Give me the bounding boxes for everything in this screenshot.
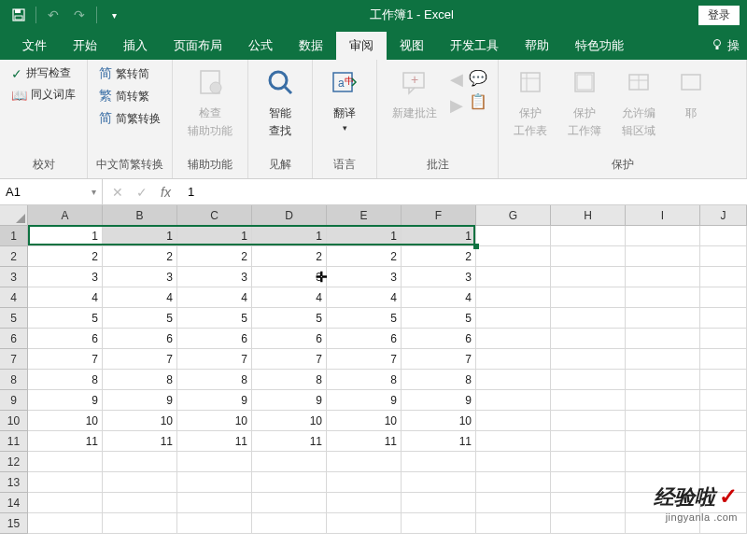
cell[interactable]	[551, 431, 626, 452]
cell[interactable]	[476, 411, 551, 431]
cell[interactable]	[476, 267, 551, 287]
cell[interactable]	[626, 411, 700, 431]
cell[interactable]	[177, 513, 252, 534]
cell[interactable]	[551, 349, 626, 370]
cell[interactable]	[327, 493, 402, 513]
cell[interactable]	[476, 329, 551, 349]
cell[interactable]	[103, 493, 177, 513]
cell[interactable]	[551, 390, 626, 411]
select-all-corner[interactable]	[0, 205, 28, 226]
row-header[interactable]: 12	[0, 452, 28, 472]
cell[interactable]	[103, 452, 177, 472]
tab-view[interactable]: 视图	[387, 32, 437, 60]
cell[interactable]: 2	[252, 246, 327, 267]
cell[interactable]: 10	[28, 411, 103, 431]
cell[interactable]	[626, 226, 700, 246]
tab-home[interactable]: 开始	[60, 32, 110, 60]
cell[interactable]: 3	[103, 267, 177, 287]
cell[interactable]	[700, 267, 747, 287]
cell[interactable]	[476, 308, 551, 329]
cell[interactable]: 9	[252, 390, 327, 411]
cell[interactable]: 6	[402, 329, 476, 349]
cell[interactable]	[626, 287, 700, 308]
row-header[interactable]: 8	[0, 370, 28, 390]
cell[interactable]: 9	[28, 390, 103, 411]
cell[interactable]: 8	[252, 370, 327, 390]
cell[interactable]	[626, 329, 700, 349]
row-header[interactable]: 4	[0, 287, 28, 308]
tab-layout[interactable]: 页面布局	[161, 32, 235, 60]
cell[interactable]: 11	[252, 431, 327, 452]
cell[interactable]: 4	[252, 287, 327, 308]
cell[interactable]	[551, 493, 626, 513]
cell[interactable]: 1	[177, 226, 252, 246]
col-header[interactable]: G	[476, 205, 551, 226]
cell[interactable]	[476, 287, 551, 308]
tab-formula[interactable]: 公式	[235, 32, 286, 60]
cell[interactable]	[177, 452, 252, 472]
cell[interactable]	[252, 493, 327, 513]
row-header[interactable]: 14	[0, 493, 28, 513]
cell[interactable]: 2	[327, 246, 402, 267]
spell-check-button[interactable]: ✓拼写检查	[7, 63, 79, 83]
cell[interactable]	[551, 246, 626, 267]
col-header[interactable]: I	[626, 205, 700, 226]
cell[interactable]	[28, 493, 103, 513]
cell[interactable]: 7	[402, 349, 476, 370]
cell[interactable]	[476, 431, 551, 452]
cell[interactable]	[402, 513, 476, 534]
chevron-down-icon[interactable]: ▾	[92, 187, 96, 197]
redo-icon[interactable]: ↷	[68, 4, 91, 26]
cell[interactable]	[700, 370, 747, 390]
cell[interactable]: 10	[103, 411, 177, 431]
cell[interactable]: 8	[28, 370, 103, 390]
cell[interactable]	[700, 411, 747, 431]
fx-icon[interactable]: fx	[161, 185, 171, 200]
row-header[interactable]: 11	[0, 431, 28, 452]
cell[interactable]: 10	[252, 411, 327, 431]
row-header[interactable]: 9	[0, 390, 28, 411]
row-header[interactable]: 10	[0, 411, 28, 431]
smart-lookup-button[interactable]: 智能 查找	[256, 63, 304, 143]
cell[interactable]	[626, 349, 700, 370]
cell[interactable]	[700, 246, 747, 267]
save-icon[interactable]	[7, 4, 30, 26]
trad-to-simp-button[interactable]: 简繁转简	[95, 63, 164, 84]
cell[interactable]: 3	[177, 267, 252, 287]
cell[interactable]: 5	[327, 308, 402, 329]
cell[interactable]: 10	[177, 411, 252, 431]
enter-icon[interactable]: ✓	[136, 185, 148, 200]
cell[interactable]: 5	[28, 308, 103, 329]
cell[interactable]: 10	[402, 411, 476, 431]
cell[interactable]	[626, 308, 700, 329]
cell[interactable]: 6	[252, 329, 327, 349]
row-header[interactable]: 7	[0, 349, 28, 370]
cell[interactable]	[177, 493, 252, 513]
cell[interactable]: 7	[327, 349, 402, 370]
cell[interactable]: 7	[103, 349, 177, 370]
cell[interactable]	[476, 452, 551, 472]
cell[interactable]	[551, 452, 626, 472]
col-header[interactable]: D	[252, 205, 327, 226]
cell[interactable]	[28, 472, 103, 493]
cell[interactable]: 6	[177, 329, 252, 349]
cell[interactable]	[327, 513, 402, 534]
row-header[interactable]: 1	[0, 226, 28, 246]
cell[interactable]	[327, 472, 402, 493]
cell[interactable]: 10	[327, 411, 402, 431]
cell[interactable]: 3	[252, 267, 327, 287]
cell[interactable]	[476, 349, 551, 370]
cell[interactable]: 9	[103, 390, 177, 411]
cell[interactable]: 1	[252, 226, 327, 246]
col-header[interactable]: C	[177, 205, 252, 226]
cell[interactable]: 11	[28, 431, 103, 452]
qat-customize-icon[interactable]: ▾	[103, 4, 125, 26]
cell[interactable]: 1	[28, 226, 103, 246]
cell[interactable]: 4	[177, 287, 252, 308]
cell[interactable]: 8	[103, 370, 177, 390]
cell[interactable]	[700, 452, 747, 472]
cell[interactable]	[700, 329, 747, 349]
cell[interactable]	[476, 370, 551, 390]
cell[interactable]	[476, 390, 551, 411]
tell-me[interactable]: 操	[703, 32, 747, 60]
